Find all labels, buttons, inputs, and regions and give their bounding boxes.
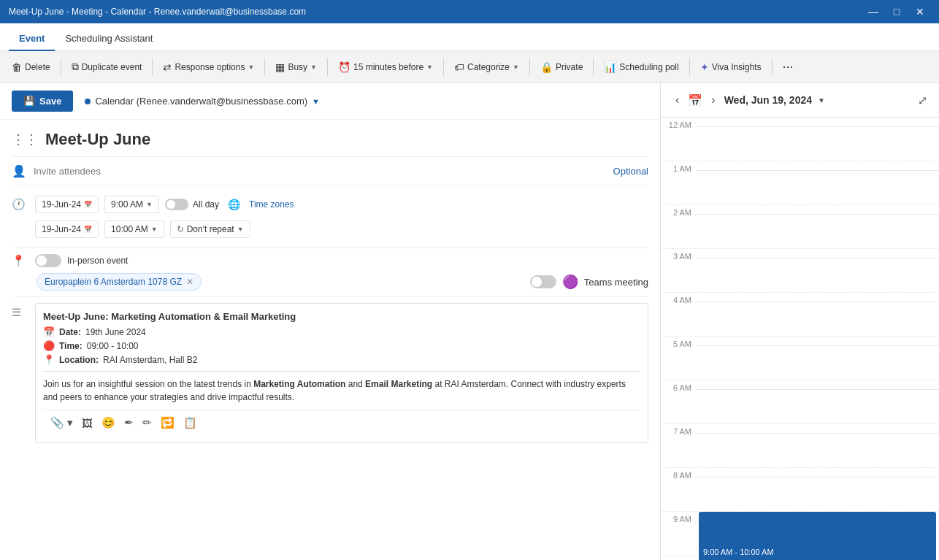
teams-meeting-row: 🟣 Teams meeting [530,274,648,290]
tag-icon: 🏷 [454,61,464,73]
event-title-icon: ⋮⋮ [12,131,38,147]
start-datetime-row: 🕐 19-Jun-24 📅 9:00 AM ▼ All day [12,192,648,217]
emoji-button[interactable]: 😊 [100,415,117,431]
save-button[interactable]: 💾 Save [12,91,73,112]
all-day-toggle[interactable]: All day [165,199,219,210]
scheduling-poll-button[interactable]: 📊 Scheduling poll [598,58,684,77]
in-person-toggle[interactable] [35,254,61,267]
end-date-picker[interactable]: 19-Jun-24 📅 [35,220,99,238]
maximize-button[interactable]: □ [886,4,907,20]
datetime-section: 🕐 19-Jun-24 📅 9:00 AM ▼ All day [12,186,648,248]
busy-button[interactable]: ▦ Busy ▼ [269,58,323,77]
viva-insights-button[interactable]: ✦ Viva Insights [694,58,767,77]
reminder-button[interactable]: ⏰ 15 minutes before ▼ [332,58,439,77]
description-date-meta: 📅 Date: 19th June 2024 [43,326,640,337]
event-title-row: ⋮⋮ [12,126,648,157]
teams-meeting-toggle[interactable] [530,275,556,288]
time-label-4am: 4 AM [661,293,696,304]
location-tag-row: Europaplein 6 Amsterdam 1078 GZ ✕ 🟣 Team… [12,267,648,291]
calendar-header: ‹ 📅 › Wed, Jun 19, 2024 ▼ ⤢ [661,83,939,118]
calendar-mini-icon[interactable]: 📅 [688,93,702,107]
start-time-picker[interactable]: 9:00 AM ▼ [104,196,159,213]
optional-button[interactable]: Optional [613,166,648,177]
calendar-emoji-icon: 📅 [43,326,55,337]
toolbar-sep-3 [264,58,265,76]
teams-knob [532,277,542,287]
time-line [696,258,939,258]
chevron-down-icon-4: ▼ [513,64,519,71]
toolbar-sep-2 [152,58,153,76]
remove-location-button[interactable]: ✕ [186,277,193,287]
time-slot-3am: 3 AM [661,249,939,293]
description-box[interactable]: Meet-Up June: Marketing Automation & Ema… [35,303,648,443]
close-button[interactable]: ✕ [910,4,930,20]
loop-button[interactable]: 🔁 [159,415,176,431]
chevron-down-icon: ▼ [248,64,254,71]
start-date-picker[interactable]: 19-Jun-24 📅 [35,196,99,213]
chevron-down-icon-7: ▼ [151,226,158,233]
paste-button[interactable]: 📋 [182,415,199,431]
clock-emoji-icon: 🔴 [43,340,55,351]
timezone-button[interactable]: Time zones [249,199,294,210]
tab-scheduling-assistant[interactable]: Scheduling Assistant [55,27,163,51]
attach-button[interactable]: 📎 ▾ [49,415,74,431]
save-row: 💾 Save Calendar (Renee.vanderwalt@busine… [0,83,660,120]
more-options-button[interactable]: ··· [777,55,800,78]
attendees-icon: 👤 [12,164,26,178]
description-time-meta: 🔴 Time: 09:00 - 10:00 [43,340,640,351]
image-button[interactable]: 🖼 [80,415,94,431]
clock-icon-2: 🕐 [12,198,29,211]
highlight-button[interactable]: ✏ [141,415,153,431]
window-controls: — □ ✕ [863,4,930,20]
location-row: 📍 In-person event [12,254,648,267]
time-slot-7am: 7 AM [661,424,939,468]
lock-icon: 🔒 [540,61,553,73]
repeat-button[interactable]: ↻ Don't repeat ▼ [170,220,250,238]
description-divider [43,371,640,372]
duplicate-button[interactable]: ⧉ Duplicate event [66,57,148,77]
time-line [696,345,939,346]
in-person-knob [37,256,47,266]
description-body: Join us for an insightful session on the… [43,377,640,404]
time-label-3am: 3 AM [661,249,696,261]
calendar-event-bar[interactable]: 9:00 AM - 10:00 AM [699,512,936,560]
categorize-button[interactable]: 🏷 Categorize ▼ [448,58,525,77]
event-title-input[interactable] [45,130,648,149]
form-area: ⋮⋮ 👤 Optional 🕐 19-Jun-24 📅 [0,120,660,449]
save-icon: 💾 [23,96,35,107]
delete-button[interactable]: 🗑 Delete [6,58,56,77]
all-day-switch[interactable] [165,199,188,210]
attendees-row: 👤 Optional [12,157,648,186]
chevron-down-icon-6: ▼ [146,201,153,208]
toolbar: 🗑 Delete ⧉ Duplicate event ⇄ Response op… [0,51,939,83]
toolbar-sep-6 [529,58,530,76]
calendar-prev-button[interactable]: ‹ [672,91,682,110]
description-icon: ☰ [12,303,29,319]
calendar-selector[interactable]: Calendar (Renee.vanderwalt@businessbase.… [85,96,320,107]
calendar-date-title[interactable]: Wed, Jun 19, 2024 [724,94,812,106]
repeat-icon: ↻ [177,224,184,234]
calendar-next-button[interactable]: › [708,91,718,110]
repeat-row: ↻ Don't repeat ▼ [170,220,250,238]
time-label-5am: 5 AM [661,337,696,348]
response-options-button[interactable]: ⇄ Response options ▼ [157,58,260,77]
time-slot-2am: 2 AM [661,205,939,249]
time-line [696,389,939,390]
pin-emoji-icon: 📍 [43,354,55,365]
chevron-down-icon-2: ▼ [310,64,317,71]
private-button[interactable]: 🔒 Private [534,58,589,77]
time-line [696,214,939,215]
time-line [696,477,939,477]
tab-event[interactable]: Event [9,27,55,51]
time-line [696,433,939,434]
time-label-6am: 6 AM [661,380,696,392]
calendar-chevron-icon: ▼ [818,96,825,104]
time-label-8am: 8 AM [661,468,696,480]
globe-icon: 🌐 [228,199,240,210]
draw-button[interactable]: ✒ [123,415,135,431]
minimize-button[interactable]: — [863,4,884,20]
end-time-picker[interactable]: 10:00 AM ▼ [104,220,164,238]
calendar-expand-button[interactable]: ⤢ [918,93,927,107]
invite-attendees-input[interactable] [34,166,253,177]
toggle-knob [166,200,175,209]
